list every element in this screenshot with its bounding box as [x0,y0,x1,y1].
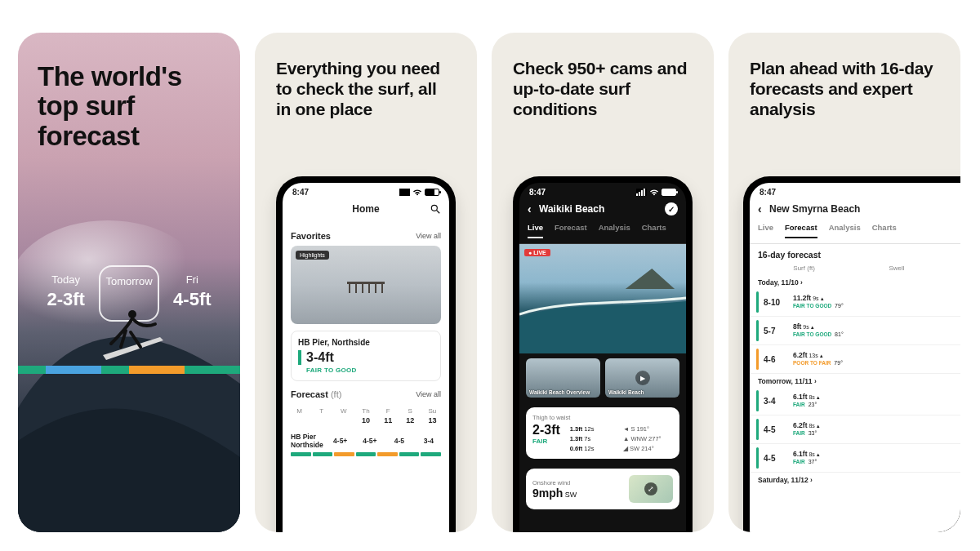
phone-mock-home: 8:47 Home Favorites View all Highlights [276,176,456,532]
forecast-list[interactable]: Today, 11/10 ›8-1011.2ft 9s ▴FAIR TO GOO… [750,275,960,486]
spot-tabs[interactable]: Live Forecast Analysis Charts [519,223,686,244]
forecast-row[interactable]: 4-56.1ft 8s ▴FAIR 37°9mphNNE↓ [750,444,960,473]
back-icon[interactable]: ‹ [528,202,532,216]
wave-illustration [18,196,240,532]
forecast-row[interactable]: HB Pier Northside 4-5+4-5+ 4-53-4 [283,429,449,452]
day-fri[interactable]: Fri 4-5ft [164,265,220,322]
play-icon: ▶ [635,371,650,385]
page-title: Home [352,203,379,215]
column-headers: Surf (ft)SwellWind [750,263,960,275]
spot-card[interactable]: HB Pier, Northside 3-4ft FAIR TO GOOD [291,331,441,381]
battery-icon [662,189,676,196]
hero-title: The world's top surf forecast [38,62,220,151]
wifi-icon [412,189,422,196]
forecast-row[interactable]: 8-1011.2ft 9s ▴FAIR TO GOOD 79°4mphNNE↓ [750,288,960,317]
live-cam[interactable]: ● LIVE [519,244,686,353]
tab-analysis[interactable]: Analysis [599,223,630,238]
wind-card: Onshore wind 9mph SW ⤢ [526,469,679,509]
statusbar: 8:47 [750,183,960,198]
highlights-badge: Highlights [296,251,329,260]
battery-icon [425,189,439,196]
panel-cams: Check 950+ cams and up-to-date surf cond… [492,33,714,532]
status-time: 8:47 [529,188,546,197]
panel2-headline: Everything you need to check the surf, a… [255,33,477,132]
page-title: New Smyrna Beach [769,203,860,215]
panel3-headline: Check 950+ cams and up-to-date surf cond… [492,33,714,132]
tab-live[interactable]: Live [758,223,773,238]
surf-summary-card: Thigh to waist 2-3ft FAIR 1.3ft 12s◄ S 1… [526,407,679,459]
expand-icon: ⤢ [644,482,657,495]
statusbar: 8:47 [283,183,449,198]
favorite-cam[interactable]: Highlights [291,246,441,324]
forecast-row[interactable]: 3-46.1ft 8s ▴FAIR 23°8mphNNE↘ [750,387,960,415]
map-thumb[interactable]: ⤢ [629,475,673,503]
date-row[interactable]: 10111213 [283,416,449,429]
summary-height: 2-3ft [532,423,560,438]
spot-condition: FAIR TO GOOD [298,367,434,374]
day-tomorrow[interactable]: Tomorrow [99,265,158,322]
tab-charts[interactable]: Charts [642,223,666,238]
summary-label: Thigh to waist [532,414,673,421]
statusbar: 8:47 [519,183,686,198]
cam-thumb[interactable]: Waikiki Beach Overview [526,358,600,398]
search-icon[interactable] [430,203,441,215]
phone-mock-spot: 8:47 ‹ Waikiki Beach ✓ Live Forecast Ana… [513,176,693,532]
spot-height: 3-4ft [298,350,434,365]
status-time: 8:47 [292,188,309,197]
page-title: Waikiki Beach [539,203,604,215]
forecast-date-header[interactable]: Saturday, 11/12 › [750,473,960,486]
cam-thumb[interactable]: ▶Waikiki Beach [605,358,679,398]
forecast-row[interactable]: 5-78ft 9s ▴FAIR TO GOOD 81°5mphNW↘ [750,317,960,345]
signal-icon [399,189,410,196]
tab-forecast[interactable]: Forecast [785,223,817,238]
tab-charts[interactable]: Charts [872,223,897,238]
favorite-check-icon[interactable]: ✓ [665,202,678,216]
condition-bars [283,452,449,460]
summary-condition: FAIR [532,438,560,445]
navbar-home: Home [283,198,449,223]
wind-value: 9mph [532,487,563,500]
panel-forecast: Plan ahead with 16-day forecasts and exp… [728,33,960,532]
wind-label: Onshore wind [532,479,577,487]
svg-point-2 [431,205,437,211]
favorites-heading: Favorites [291,231,331,241]
forecast-date-header[interactable]: Today, 11/10 › [750,275,960,288]
view-all-link[interactable]: View all [416,390,441,398]
forecast-row[interactable]: 4-66.2ft 13s ▴POOR TO FAIR 79°12mphNNE↓ [750,345,960,374]
weekday-row: MTW ThFSSu [283,404,449,416]
tab-analysis[interactable]: Analysis [829,223,861,238]
wifi-icon [649,189,659,196]
back-icon[interactable]: ‹ [758,202,762,216]
forecast-subtitle: 16-day forecast [758,250,821,260]
signal-icon [636,189,647,196]
coast-illustration [519,244,686,353]
spot-tabs[interactable]: Live Forecast Analysis Charts [750,223,960,244]
forecast-date-header[interactable]: Tomorrow, 11/11 › [750,374,960,387]
condition-strip [18,366,240,374]
day-today[interactable]: Today 2-3ft [38,265,94,322]
phone-mock-forecast: 8:47 ‹ New Smyrna Beach ✓ Live Forecast … [743,176,960,532]
status-time: 8:47 [760,188,776,197]
spot-name: HB Pier, Northside [298,338,434,347]
pier-illustration [347,282,385,293]
hero-panel: The world's top surf forecast Today 2-3f… [18,33,240,532]
day-selector[interactable]: Today 2-3ft Tomorrow Fri 4-5ft [38,265,220,322]
tab-forecast[interactable]: Forecast [555,223,587,238]
panel-favorites: Everything you need to check the surf, a… [255,33,477,532]
view-all-link[interactable]: View all [416,232,441,240]
panel4-headline: Plan ahead with 16-day forecasts and exp… [728,33,960,132]
svg-line-3 [437,211,440,214]
forecast-heading: Forecast (ft) [291,389,341,399]
forecast-row[interactable]: 4-56.2ft 8s ▴FAIR 33°10mphNNE↘ [750,415,960,444]
tab-live[interactable]: Live [528,223,543,238]
live-badge: ● LIVE [524,249,550,256]
